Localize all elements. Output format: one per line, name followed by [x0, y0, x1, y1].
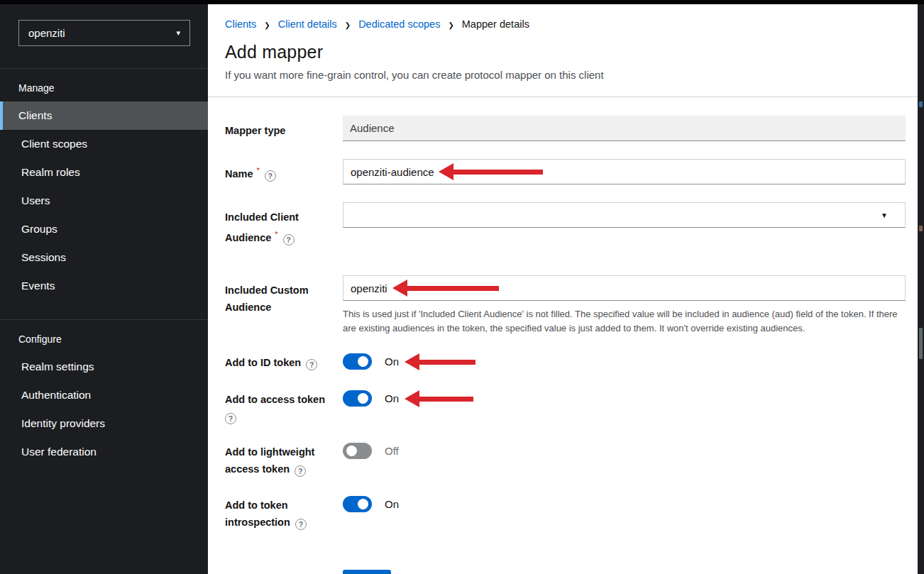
help-icon[interactable]: ? — [295, 519, 307, 530]
annotation-arrow-id-token — [405, 353, 475, 370]
breadcrumb-separator-icon: ❯ — [264, 20, 270, 29]
sidebar-item-events[interactable]: Events — [0, 272, 208, 300]
add-to-lightweight-label-line1: Add to lightweight — [225, 446, 314, 458]
toggle-knob — [346, 446, 357, 456]
add-to-lightweight-access-token-row: Add to lightweight access token? Off — [225, 443, 918, 478]
sidebar-item-label: Groups — [21, 223, 57, 236]
add-to-access-token-label: Add to access token — [225, 394, 325, 405]
help-icon[interactable]: ? — [225, 413, 236, 424]
breadcrumb-client-details[interactable]: Client details — [278, 18, 337, 30]
required-marker: * — [257, 166, 260, 175]
included-custom-audience-helper: This is used just if 'Included Client Au… — [343, 307, 906, 336]
sidebar-item-label: User federation — [21, 446, 97, 458]
help-icon[interactable]: ? — [265, 170, 276, 182]
main-content: Clients ❯ Client details ❯ Dedicated sco… — [208, 4, 918, 574]
chevron-down-icon: ▾ — [176, 28, 180, 38]
sidebar-item-label: Users — [21, 194, 50, 207]
mapper-type-row: Mapper type Audience — [225, 116, 918, 141]
add-mapper-form: Mapper type Audience Name*? In — [208, 97, 918, 574]
add-to-access-token-state: On — [385, 392, 399, 404]
add-to-id-token-toggle[interactable] — [343, 353, 372, 370]
sidebar-item-clients[interactable]: Clients — [0, 101, 208, 130]
breadcrumb-clients[interactable]: Clients — [225, 18, 256, 30]
included-custom-audience-label-line2: Audience — [225, 302, 271, 313]
toggle-knob — [358, 499, 368, 509]
sidebar-item-label: Realm roles — [21, 166, 80, 179]
realm-selector-dropdown[interactable]: openziti ▾ — [18, 20, 190, 46]
sidebar-item-label: Realm settings — [21, 360, 94, 373]
page-subtitle: If you want more fine-grain control, you… — [225, 69, 899, 81]
sidebar-item-label: Client scopes — [21, 138, 87, 150]
included-custom-audience-row: Included Custom Audience This is used ju… — [225, 275, 918, 336]
sidebar-item-user-federation[interactable]: User federation — [0, 438, 208, 466]
help-icon[interactable]: ? — [283, 234, 295, 245]
included-client-audience-label-line2: Audience — [225, 232, 271, 243]
add-to-id-token-state: On — [385, 355, 399, 368]
breadcrumb-mapper-details: Mapper details — [462, 18, 529, 30]
breadcrumb-separator-icon: ❯ — [345, 20, 351, 29]
included-client-audience-label-line1: Included Client — [225, 211, 299, 223]
page-scrollbar[interactable] — [918, 0, 924, 574]
window-top-bar — [0, 0, 924, 4]
sidebar-item-label: Sessions — [21, 251, 66, 264]
included-client-audience-select[interactable]: ▼ — [343, 202, 906, 228]
sidebar-item-realm-settings[interactable]: Realm settings — [0, 353, 208, 381]
breadcrumb: Clients ❯ Client details ❯ Dedicated sco… — [225, 18, 899, 30]
scrollbar-mark — [919, 101, 923, 107]
add-to-token-introspection-label-line2: introspection — [225, 517, 290, 528]
add-to-id-token-row: Add to ID token? On — [225, 353, 918, 371]
add-to-lightweight-access-token-state: Off — [385, 445, 399, 457]
add-to-token-introspection-toggle[interactable] — [343, 496, 372, 512]
breadcrumb-dedicated-scopes[interactable]: Dedicated scopes — [358, 18, 440, 30]
sidebar-item-sessions[interactable]: Sessions — [0, 243, 208, 272]
page-header: Clients ❯ Client details ❯ Dedicated sco… — [208, 4, 918, 97]
realm-name: openziti — [28, 27, 65, 39]
sidebar-item-groups[interactable]: Groups — [0, 215, 208, 243]
name-label: Name — [225, 168, 253, 180]
sidebar-item-label: Clients — [18, 109, 52, 122]
add-to-token-introspection-label-line1: Add to token — [225, 500, 288, 511]
save-button[interactable]: Save — [343, 570, 391, 574]
add-to-lightweight-access-token-toggle[interactable] — [343, 443, 372, 459]
scrollbar-mark — [919, 226, 923, 231]
name-row: Name*? — [225, 159, 918, 184]
add-to-token-introspection-state: On — [385, 498, 399, 510]
scrollbar-thumb[interactable] — [919, 328, 923, 359]
sidebar-item-client-scopes[interactable]: Client scopes — [0, 130, 208, 158]
add-to-access-token-row: Add to access token ? On — [225, 390, 918, 425]
add-to-lightweight-label-line2: access token — [225, 463, 290, 475]
sidebar-item-authentication[interactable]: Authentication — [0, 381, 208, 409]
sidebar-item-users[interactable]: Users — [0, 187, 208, 215]
included-custom-audience-label-line1: Included Custom — [225, 285, 309, 296]
sidebar-item-identity-providers[interactable]: Identity providers — [0, 409, 208, 438]
add-to-token-introspection-row: Add to token introspection? On — [225, 496, 918, 531]
name-input[interactable] — [343, 159, 906, 184]
required-marker: * — [275, 230, 277, 238]
add-to-access-token-toggle[interactable] — [343, 390, 372, 407]
help-icon[interactable]: ? — [295, 465, 306, 477]
breadcrumb-separator-icon: ❯ — [448, 20, 453, 29]
toggle-knob — [358, 393, 368, 404]
sidebar-item-label: Authentication — [21, 389, 91, 402]
sidebar-section-title-manage: Manage — [0, 69, 208, 101]
sidebar-section-title-configure: Configure — [0, 320, 208, 353]
toggle-knob — [358, 356, 368, 367]
page-title: Add mapper — [225, 42, 899, 62]
annotation-arrow-access-token — [405, 390, 473, 407]
chevron-down-icon: ▼ — [881, 211, 898, 219]
sidebar: openziti ▾ Manage Clients Client scopes … — [0, 0, 208, 574]
sidebar-item-realm-roles[interactable]: Realm roles — [0, 158, 208, 187]
sidebar-item-label: Events — [21, 280, 55, 292]
help-icon[interactable]: ? — [306, 359, 317, 370]
included-custom-audience-input[interactable] — [343, 275, 906, 301]
mapper-type-field: Audience — [343, 116, 906, 141]
add-to-id-token-label: Add to ID token — [225, 357, 301, 368]
mapper-type-value: Audience — [350, 122, 395, 134]
mapper-type-label: Mapper type — [225, 125, 285, 136]
sidebar-item-label: Identity providers — [21, 417, 105, 430]
form-actions: Save Cancel — [343, 570, 918, 574]
included-client-audience-row: Included Client Audience*? ▼ — [225, 202, 918, 246]
